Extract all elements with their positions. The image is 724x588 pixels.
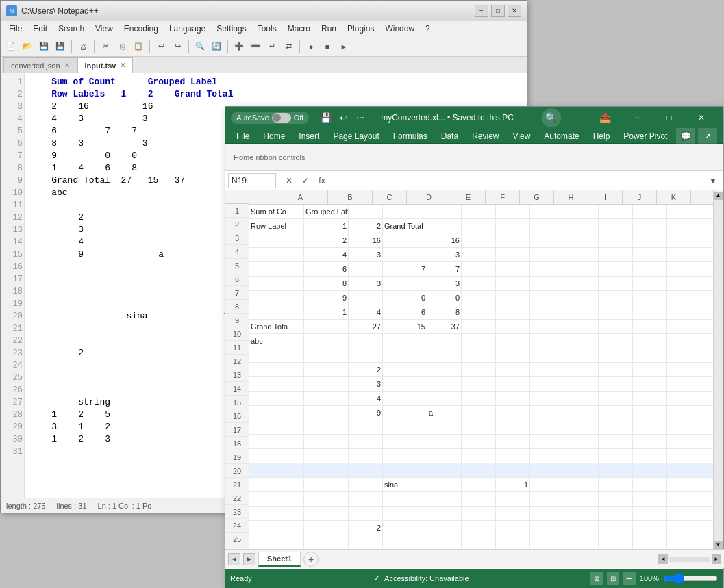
cell-r22c6[interactable] [462,507,496,520]
cell-r21c3[interactable] [349,492,383,506]
cell-r3c1[interactable] [249,233,304,247]
cell-r2c11[interactable] [633,219,667,233]
cell-r11c10[interactable] [599,348,633,362]
cell-r17c9[interactable] [564,435,599,448]
cell-r9c10[interactable] [599,320,633,333]
toolbar-save-btn[interactable]: 💾 [36,39,51,54]
col-header-H[interactable]: H [554,190,588,204]
notepad-menu-language[interactable]: Language [164,23,211,35]
cell-r16c11[interactable] [633,420,667,434]
cell-r23c7[interactable] [496,521,530,535]
cell-r9c2[interactable] [304,320,349,333]
cell-r21c2[interactable] [304,492,349,506]
cell-r18c11[interactable] [633,449,667,463]
cell-r15c4[interactable] [383,406,427,420]
notepad-menu-file[interactable]: File [3,23,27,35]
toolbar-wrap-btn[interactable]: ↵ [264,39,279,54]
cell-r13c10[interactable] [599,377,633,391]
cell-r21c8[interactable] [530,492,564,506]
cell-r18c10[interactable] [599,449,633,463]
sheet-tab-sheet1[interactable]: Sheet1 [258,552,301,567]
cell-r22c1[interactable] [249,507,304,520]
formula-input[interactable] [332,173,703,188]
toolbar-redo-btn[interactable]: ↪ [170,39,185,54]
cell-r16c6[interactable] [462,420,496,434]
cell-r13c6[interactable] [462,377,496,391]
cell-r6c4[interactable] [383,277,427,290]
vertical-scrollbar[interactable]: ▲ ▼ [713,190,723,550]
cell-r16c10[interactable] [599,420,633,434]
excel-menu-file[interactable]: File [231,130,255,142]
cell-r8c6[interactable] [462,305,496,319]
cell-r22c8[interactable] [530,507,564,520]
cell-r23c11[interactable] [633,521,667,535]
cell-r2c6[interactable] [462,219,496,233]
cell-r1c11[interactable] [633,205,667,218]
excel-restore-button[interactable]: □ [653,107,685,129]
cell-r12c6[interactable] [462,363,496,376]
col-header-I[interactable]: I [588,190,623,204]
notepad-menu-settings[interactable]: Settings [211,23,251,35]
tab-json-close[interactable]: ✕ [64,62,70,69]
cell-r18c4[interactable] [383,449,427,463]
scroll-up-btn[interactable]: ▲ [714,192,723,200]
cell-r10c1[interactable]: abc [249,334,304,348]
cell-r24c5[interactable] [427,535,462,549]
cell-r20c6[interactable] [462,478,496,491]
cell-r21c5[interactable] [427,492,462,506]
cell-r5c8[interactable] [530,262,564,276]
cell-r6c9[interactable] [564,277,599,290]
excel-menu-help[interactable]: Help [588,130,616,142]
cell-r15c8[interactable] [530,406,564,420]
cell-r2c3[interactable]: 2 [349,219,383,233]
cell-r10c7[interactable] [496,334,530,348]
cell-r11c5[interactable] [427,348,462,362]
cell-r19c4[interactable] [383,463,427,477]
cell-r2c7[interactable] [496,219,530,233]
cell-r8c11[interactable] [633,305,667,319]
cell-r3c6[interactable] [462,233,496,247]
cell-r16c2[interactable] [304,420,349,434]
col-header-B[interactable]: B [328,190,373,204]
col-header-G[interactable]: G [520,190,554,204]
cell-r14c7[interactable] [496,392,530,405]
cell-r15c2[interactable] [304,406,349,420]
cell-r10c4[interactable] [383,334,427,348]
row-num-17[interactable]: 17 [225,423,249,437]
cell-r18c2[interactable] [304,449,349,463]
cancel-formula-btn[interactable]: ✕ [282,174,296,188]
cell-r23c3[interactable]: 2 [349,521,383,535]
cell-r19c1[interactable] [249,463,304,477]
cell-r10c3[interactable] [349,334,383,348]
cell-r5c7[interactable] [496,262,530,276]
cell-r3c9[interactable] [564,233,599,247]
cell-r17c1[interactable] [249,435,304,448]
cell-r9c11[interactable] [633,320,667,333]
row-num-12[interactable]: 12 [225,355,249,368]
row-num-22[interactable]: 22 [225,491,249,505]
excel-menu-review[interactable]: Review [466,130,504,142]
cell-r2c9[interactable] [564,219,599,233]
cell-r12c7[interactable] [496,363,530,376]
cell-r22c2[interactable] [304,507,349,520]
cell-r5c5[interactable]: 7 [427,262,462,276]
cell-r11c2[interactable] [304,348,349,362]
row-num-5[interactable]: 5 [225,259,249,272]
cell-r24c4[interactable] [383,535,427,549]
cell-r2c8[interactable] [530,219,564,233]
col-header-E[interactable]: E [451,190,486,204]
cell-r17c7[interactable] [496,435,530,448]
cell-r4c2[interactable]: 4 [304,248,349,261]
cell-r9c5[interactable]: 37 [427,320,462,333]
cell-r20c1[interactable] [249,478,304,491]
cell-r8c7[interactable] [496,305,530,319]
cell-r19c11[interactable] [633,463,667,477]
cell-r14c6[interactable] [462,392,496,405]
cell-r1c4[interactable] [383,205,427,218]
cell-r14c1[interactable] [249,392,304,405]
insert-function-btn[interactable]: fx [315,174,329,188]
cell-r3c7[interactable] [496,233,530,247]
cell-r18c7[interactable] [496,449,530,463]
cell-r17c6[interactable] [462,435,496,448]
cell-r8c9[interactable] [564,305,599,319]
